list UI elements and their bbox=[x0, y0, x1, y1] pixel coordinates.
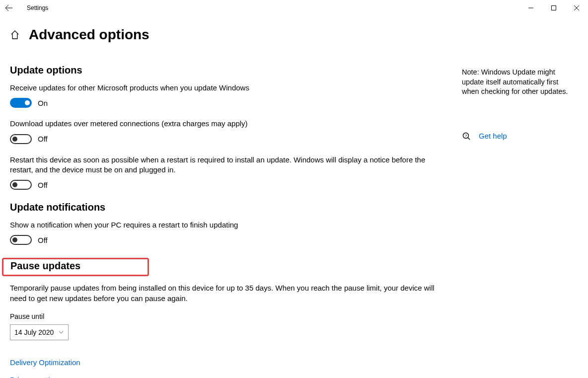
page-header: Advanced options bbox=[0, 27, 588, 43]
home-button[interactable] bbox=[10, 30, 20, 40]
restart-device-state: Off bbox=[38, 181, 48, 189]
restart-device-toggle[interactable] bbox=[10, 180, 32, 190]
close-button[interactable] bbox=[565, 0, 588, 16]
title-bar: Settings bbox=[0, 0, 588, 16]
receive-updates-label: Receive updates for other Microsoft prod… bbox=[10, 83, 442, 93]
delivery-optimization-link[interactable]: Delivery Optimization bbox=[10, 358, 447, 367]
svg-rect-1 bbox=[552, 6, 556, 10]
update-notifications-heading: Update notifications bbox=[10, 202, 447, 213]
side-panel: Note: Windows Update might update itself… bbox=[457, 43, 586, 378]
update-options-heading: Update options bbox=[10, 65, 447, 76]
show-notification-state: Off bbox=[38, 236, 48, 244]
metered-download-label: Download updates over metered connection… bbox=[10, 119, 442, 129]
pause-updates-highlight: Pause updates bbox=[2, 258, 149, 276]
restart-device-label: Restart this device as soon as possible … bbox=[10, 155, 442, 175]
home-icon bbox=[10, 30, 20, 40]
pause-until-dropdown[interactable]: 14 July 2020 bbox=[10, 324, 69, 340]
svg-text:?: ? bbox=[465, 134, 467, 138]
metered-download-toggle[interactable] bbox=[10, 134, 32, 144]
pause-updates-description: Temporarily pause updates from being ins… bbox=[10, 283, 442, 303]
show-notification-toggle[interactable] bbox=[10, 235, 32, 245]
window-title: Settings bbox=[27, 4, 48, 11]
receive-updates-toggle[interactable] bbox=[10, 98, 32, 108]
maximize-button[interactable] bbox=[542, 0, 565, 16]
back-button[interactable] bbox=[5, 4, 20, 12]
window-controls bbox=[519, 0, 588, 16]
metered-download-state: Off bbox=[38, 135, 48, 143]
help-icon: ? bbox=[462, 132, 471, 141]
close-icon bbox=[574, 5, 579, 10]
pause-until-label: Pause until bbox=[10, 312, 447, 320]
minimize-icon bbox=[528, 5, 533, 10]
minimize-button[interactable] bbox=[519, 0, 542, 16]
back-arrow-icon bbox=[5, 4, 13, 12]
pause-updates-heading: Pause updates bbox=[10, 260, 80, 272]
chevron-down-icon bbox=[58, 329, 64, 335]
privacy-settings-link[interactable]: Privacy settings bbox=[10, 376, 447, 378]
pause-until-value: 14 July 2020 bbox=[14, 328, 54, 336]
receive-updates-state: On bbox=[38, 99, 48, 107]
get-help-link[interactable]: Get help bbox=[479, 132, 507, 140]
side-note-text: Note: Windows Update might update itself… bbox=[462, 68, 576, 97]
page-title: Advanced options bbox=[29, 27, 149, 43]
maximize-icon bbox=[551, 5, 556, 10]
show-notification-label: Show a notification when your PC require… bbox=[10, 220, 442, 230]
main-content: Update options Receive updates for other… bbox=[0, 43, 457, 378]
